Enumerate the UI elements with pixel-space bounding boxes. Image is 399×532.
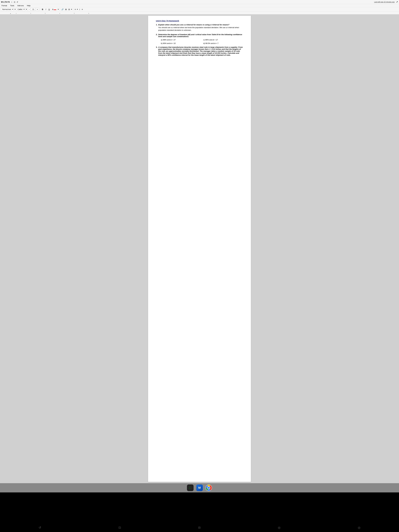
align-icon[interactable]: ≡ [74,8,76,11]
question-list: 1. Explain when should you use a z-inter… [156,24,243,56]
bottom-icon-4: ◎ [278,526,280,529]
menu-addons[interactable]: Add-ons [17,4,24,7]
meet-label: M [198,486,201,489]
question-3: 3. A company that manufactures bicycles … [156,46,243,56]
doc-area: Unit 6 Day 74 Homework 1. Explain when s… [0,14,399,483]
question-1: 1. Explain when should you use a z-inter… [156,24,243,32]
underline-button[interactable]: U [48,8,51,11]
comment-icon[interactable]: ⊞ [65,8,67,11]
sub-q-d: d) 99.5% and n = 7 [203,42,243,44]
doc-icon[interactable]: ⊡ [14,1,15,3]
q1-number: 1. [156,24,157,32]
bottom-black-area: ↺ ⊡ ⊟ ◎ ◎ [0,492,399,532]
ruler-mark-3: 3 [45,13,45,14]
list-icon[interactable]: ≡ [81,8,83,11]
q1-text: Explain when should you use a z-interval… [158,24,229,26]
menu-help[interactable]: Help [26,4,31,7]
q2-number: 2. [156,33,157,44]
menu-format[interactable]: Format [1,4,7,7]
chrome-icon [206,485,212,491]
font-size-value[interactable]: 11 [31,8,36,11]
font-size-increase[interactable]: + [36,8,39,11]
ruler-mark-1: 1 [16,13,17,14]
doc-title: W L73+74 [1,1,10,3]
paragraph-style-select[interactable]: Normal text [1,8,14,11]
align-dropdown-arrow[interactable]: ▾ [77,8,78,10]
ruler: ▼ 1 2 3 4 5 6 [0,12,399,14]
font-dropdown-arrow[interactable]: ▾ [26,8,27,10]
refresh-icon[interactable]: ↺ [17,1,18,3]
q3-text: A company that manufactures bicycles rec… [158,46,243,56]
ruler-mark-5: 5 [74,13,75,14]
font-select[interactable]: Calibri [16,8,25,11]
sub-q-c: c) 96% and n = 17 [203,39,243,41]
color-indicator [54,10,56,10]
facetime-icon [188,487,192,489]
image-icon[interactable]: ⊟ [68,8,70,11]
top-bar: W L73+74 ☆ ⊡ ↺ Last edit was 10 minutes … [0,0,399,4]
doc-heading: Unit 6 Day 74 Homework [156,20,243,22]
facetime-dock-icon[interactable] [187,485,194,491]
font-size-area: − 11 + [28,8,39,11]
dock-area: M [0,483,399,492]
sub-questions-grid: a) 98% and n = 27 c) 96% and n = 17 b) 9… [161,39,243,44]
svg-marker-1 [191,487,192,489]
menu-tools[interactable]: Tools [10,4,15,7]
q3-number: 3. [156,46,157,56]
bold-button[interactable]: B [41,8,44,11]
sub-q-a: a) 98% and n = 27 [161,39,201,41]
last-edit: Last edit was 10 minutes ago [374,1,395,3]
menu-bar: Format Tools Add-ons Help [0,4,399,7]
italic-button[interactable]: I [45,8,47,11]
style-dropdown-arrow[interactable]: ▾ [15,8,16,10]
meet-dock-icon[interactable]: M [196,485,203,491]
color-dropdown-arrow[interactable]: ▾ [58,8,59,10]
toolbar: Normal text ▾ Calibri ▾ − 11 + B I U A ▾… [0,7,399,12]
sub-q-b: b) 90% and n = 10 [161,42,201,44]
q1-answer: You should use a z-interval when we know… [158,26,243,32]
ruler-mark-2: 2 [30,13,31,14]
link-icon[interactable]: 🔗 [61,8,64,11]
svg-point-6 [208,487,210,489]
question-2: 2. Determine the degrees of freedom (df)… [156,33,243,44]
bottom-icon-2: ⊡ [119,526,121,529]
line-spacing-icon[interactable]: ↕ [79,8,81,11]
font-color-button[interactable]: A [51,8,57,11]
image-dropdown-arrow[interactable]: ▾ [71,8,72,10]
ruler-arrow: ▼ [10,13,11,14]
star-icon[interactable]: ☆ [11,1,13,3]
expand-icon[interactable]: ↗ [396,0,398,3]
chrome-dock-icon[interactable] [205,485,212,491]
doc-page[interactable]: Unit 6 Day 74 Homework 1. Explain when s… [148,16,251,482]
bottom-icon-3: ⊟ [198,526,201,529]
bottom-icon-5: ◎ [358,526,360,529]
ruler-mark-6: 6 [89,13,89,14]
ruler-mark-4: 4 [59,13,60,14]
font-size-decrease[interactable]: − [28,8,31,11]
bottom-icon-1: ↺ [39,526,41,529]
q2-text: Determine the degrees of freedom (df) an… [158,33,242,38]
svg-point-3 [189,487,190,488]
